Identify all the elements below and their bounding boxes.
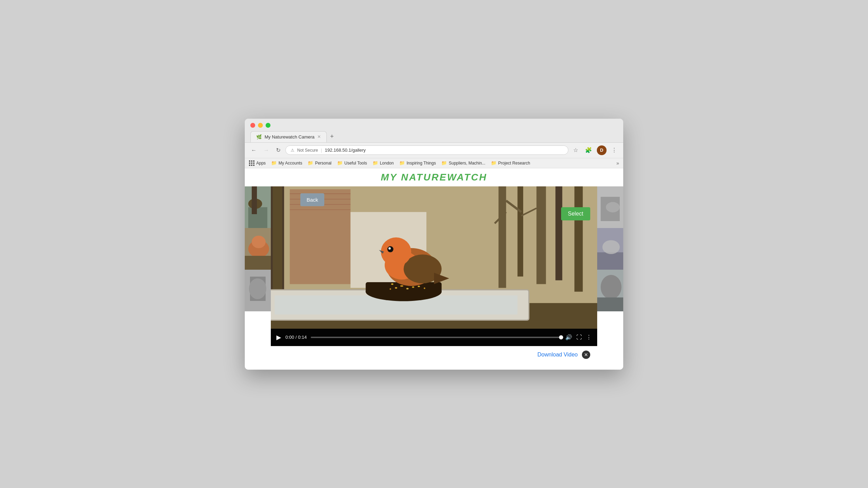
folder-icon: 📁 (337, 160, 343, 166)
active-tab[interactable]: 🌿 My Naturewatch Camera ✕ (250, 131, 327, 142)
url-text: 192.168.50.1/gallery (325, 148, 366, 153)
bookmark-london[interactable]: 📁 London (373, 160, 394, 166)
play-button[interactable]: ▶ (276, 334, 281, 341)
svg-point-40 (424, 287, 425, 289)
video-image-area[interactable] (271, 186, 597, 329)
traffic-lights (250, 123, 618, 128)
bookmark-personal[interactable]: 📁 Personal (308, 160, 331, 166)
bookmark-apps-label: Apps (256, 161, 266, 166)
video-controls-bar: ▶ 0:00 / 0:14 🔊 ⛶ ⋮ (271, 329, 597, 346)
thumb-image-2 (245, 228, 271, 270)
thumbnail-right-3[interactable] (597, 270, 623, 311)
thumbnail-left-3[interactable] (245, 270, 271, 311)
thumb-image-1 (245, 186, 271, 228)
thumb-right-image-2 (597, 228, 623, 270)
bookmark-apps[interactable]: Apps (249, 160, 266, 166)
folder-icon: 📁 (441, 160, 447, 166)
progress-dot (559, 335, 563, 339)
svg-rect-13 (517, 186, 523, 277)
minimize-traffic-light[interactable] (258, 123, 263, 128)
svg-point-10 (249, 278, 266, 299)
page-title: MY NATUREWATCH (248, 172, 620, 183)
new-tab-button[interactable]: + (327, 132, 337, 142)
svg-rect-58 (597, 297, 623, 311)
folder-icon: 📁 (271, 160, 277, 166)
svg-rect-12 (499, 186, 506, 288)
svg-point-52 (606, 202, 620, 212)
bookmark-useful-tools[interactable]: 📁 Useful Tools (337, 160, 367, 166)
download-bar: Download Video ✕ (271, 346, 597, 363)
back-gallery-button[interactable]: Back (300, 193, 324, 206)
svg-point-38 (390, 288, 391, 289)
menu-button[interactable]: ⋮ (609, 145, 619, 155)
page-content: MY NATUREWATCH (245, 168, 623, 370)
profile-avatar[interactable]: D (597, 145, 607, 155)
bookmark-london-label: London (380, 161, 394, 166)
video-container: Video Back Select (271, 186, 597, 363)
folder-icon: 📁 (373, 160, 378, 166)
thumb-right-image-1 (597, 186, 623, 228)
svg-rect-14 (536, 186, 546, 284)
close-traffic-light[interactable] (250, 123, 255, 128)
bookmarks-bar: Apps 📁 My Accounts 📁 Personal 📁 Useful T… (245, 158, 623, 168)
download-video-link[interactable]: Download Video (537, 352, 578, 358)
bookmark-inspiring-things-label: Inspiring Things (407, 161, 436, 166)
toolbar-right: ☆ 🧩 D ⋮ (571, 145, 619, 155)
svg-point-6 (252, 236, 266, 248)
bookmark-project-research[interactable]: 📁 Project Research (491, 160, 530, 166)
svg-point-41 (391, 283, 393, 285)
refresh-button[interactable]: ↻ (274, 145, 283, 155)
thumb-right-image-3 (597, 270, 623, 311)
left-thumbnails (245, 186, 271, 363)
back-button[interactable]: ← (249, 146, 259, 155)
bookmark-project-research-label: Project Research (498, 161, 530, 166)
tab-favicon: 🌿 (256, 134, 262, 140)
star-button[interactable]: ☆ (571, 145, 580, 155)
bookmarks-more-button[interactable]: » (616, 160, 619, 166)
more-options-button[interactable]: ⋮ (586, 334, 592, 340)
svg-point-37 (412, 286, 415, 288)
svg-rect-1 (248, 207, 267, 228)
thumbnail-left-1[interactable] (245, 186, 271, 228)
svg-point-47 (389, 247, 391, 250)
tab-close-button[interactable]: ✕ (317, 134, 321, 139)
svg-point-55 (602, 240, 620, 254)
bookmark-useful-tools-label: Useful Tools (344, 161, 367, 166)
thumbnail-right-1[interactable] (597, 186, 623, 228)
folder-icon: 📁 (308, 160, 313, 166)
svg-rect-15 (556, 186, 562, 280)
apps-grid-icon (249, 160, 254, 166)
forward-button[interactable]: → (261, 146, 271, 155)
right-thumbnails (597, 186, 623, 363)
bookmark-my-accounts[interactable]: 📁 My Accounts (271, 160, 302, 166)
thumbnail-left-2[interactable] (245, 228, 271, 270)
address-bar[interactable]: ⚠ Not Secure | 192.168.50.1/gallery (285, 145, 568, 155)
video-scene (271, 186, 597, 329)
thumbnail-right-2[interactable] (597, 228, 623, 270)
time-display: 0:00 / 0:14 (285, 335, 307, 340)
not-secure-label: Not Secure (297, 148, 318, 153)
tabs-row: 🌿 My Naturewatch Camera ✕ + (250, 131, 618, 142)
maximize-traffic-light[interactable] (266, 123, 270, 128)
security-icon: ⚠ (291, 148, 294, 153)
svg-point-34 (395, 287, 397, 288)
extensions-button[interactable]: 🧩 (583, 145, 594, 155)
toolbar: ← → ↻ ⚠ Not Secure | 192.168.50.1/galler… (245, 143, 623, 158)
folder-icon: 📁 (399, 160, 405, 166)
select-button[interactable]: Select (561, 207, 590, 220)
browser-window: 🌿 My Naturewatch Camera ✕ + ← → ↻ ⚠ Not … (245, 119, 623, 370)
download-close-button[interactable]: ✕ (582, 351, 590, 359)
svg-rect-7 (245, 256, 271, 270)
bookmark-suppliers-label: Suppliers, Machin... (449, 161, 485, 166)
bookmark-inspiring-things[interactable]: 📁 Inspiring Things (399, 160, 436, 166)
svg-rect-54 (597, 252, 623, 270)
svg-point-35 (400, 285, 403, 286)
bookmark-suppliers[interactable]: 📁 Suppliers, Machin... (441, 160, 485, 166)
bookmark-personal-label: Personal (315, 161, 331, 166)
progress-bar[interactable] (311, 337, 561, 338)
tab-title: My Naturewatch Camera (265, 134, 315, 140)
volume-button[interactable]: 🔊 (565, 334, 572, 340)
fullscreen-button[interactable]: ⛶ (576, 334, 582, 340)
bookmark-my-accounts-label: My Accounts (278, 161, 302, 166)
svg-rect-16 (574, 186, 583, 292)
